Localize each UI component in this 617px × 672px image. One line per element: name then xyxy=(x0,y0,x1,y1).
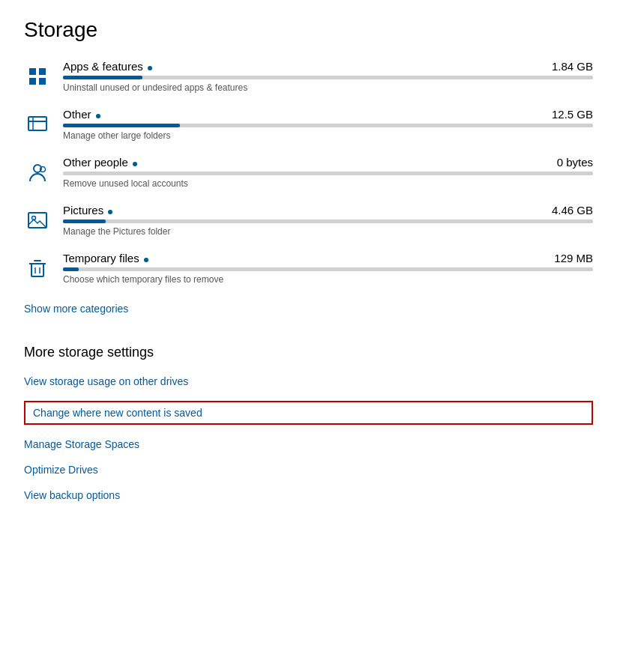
settings-link-view-storage[interactable]: View storage usage on other drives xyxy=(24,375,593,387)
settings-link-change-content[interactable]: Change where new content is saved xyxy=(24,401,593,425)
page-title: Storage xyxy=(24,18,593,42)
item-name: Temporary files xyxy=(63,252,148,264)
progress-bar-fill xyxy=(63,76,142,79)
svg-rect-11 xyxy=(31,264,43,276)
settings-link-manage-spaces[interactable]: Manage Storage Spaces xyxy=(24,438,593,450)
svg-rect-2 xyxy=(29,78,36,85)
item-description: Remove unused local accounts xyxy=(63,178,593,189)
item-description: Manage the Pictures folder xyxy=(63,226,593,237)
more-settings-title: More storage settings xyxy=(24,345,593,360)
progress-bar-container xyxy=(63,267,593,271)
storage-item-pictures[interactable]: Pictures 4.46 GB Manage the Pictures fol… xyxy=(24,204,593,237)
item-name: Apps & features xyxy=(63,60,152,73)
svg-rect-3 xyxy=(39,78,46,85)
item-name: Pictures xyxy=(63,204,112,217)
storage-item-other-people[interactable]: Other people 0 bytes Remove unused local… xyxy=(24,156,593,189)
progress-bar-fill xyxy=(63,124,180,127)
item-name: Other people xyxy=(63,156,137,169)
storage-item-apps-features[interactable]: Apps & features 1.84 GB Uninstall unused… xyxy=(24,60,593,93)
settings-link-backup-options[interactable]: View backup options xyxy=(24,489,593,501)
item-description: Uninstall unused or undesired apps & fea… xyxy=(63,82,593,93)
people-icon xyxy=(24,159,51,186)
settings-link-optimize-drives[interactable]: Optimize Drives xyxy=(24,464,593,476)
svg-rect-1 xyxy=(39,68,46,75)
item-size: 12.5 GB xyxy=(552,108,593,121)
progress-bar-fill xyxy=(63,220,106,223)
show-more-link[interactable]: Show more categories xyxy=(24,303,128,315)
other-icon xyxy=(24,111,51,138)
item-size: 129 MB xyxy=(554,252,593,264)
progress-bar-container xyxy=(63,220,593,223)
item-description: Manage other large folders xyxy=(63,130,593,141)
trash-icon xyxy=(24,255,51,282)
progress-bar-container xyxy=(63,172,593,175)
svg-rect-0 xyxy=(29,68,36,75)
progress-bar-container xyxy=(63,124,593,127)
storage-item-temporary-files[interactable]: Temporary files 129 MB Choose which temp… xyxy=(24,252,593,285)
svg-rect-4 xyxy=(28,117,46,130)
progress-bar-container xyxy=(63,76,593,79)
settings-links: View storage usage on other drivesChange… xyxy=(24,375,593,501)
progress-bar-fill xyxy=(63,267,79,271)
item-size: 0 bytes xyxy=(557,156,593,169)
pictures-icon xyxy=(24,207,51,234)
item-size: 4.46 GB xyxy=(552,204,593,217)
item-description: Choose which temporary files to remove xyxy=(63,274,593,285)
item-name: Other xyxy=(63,108,100,121)
item-size: 1.84 GB xyxy=(552,60,593,73)
storage-item-other[interactable]: Other 12.5 GB Manage other large folders xyxy=(24,108,593,141)
apps-icon xyxy=(24,63,51,90)
storage-list: Apps & features 1.84 GB Uninstall unused… xyxy=(24,60,593,285)
